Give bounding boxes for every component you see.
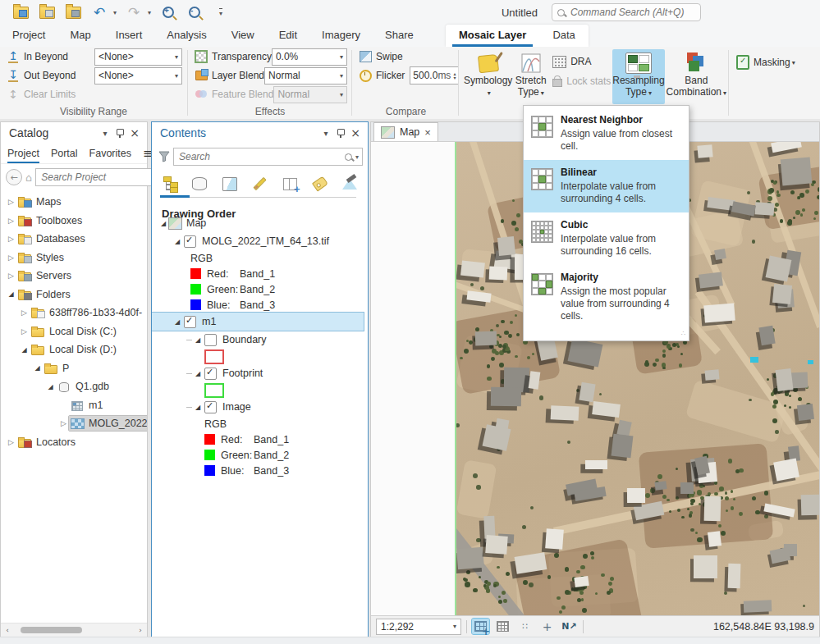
catalog-back-button[interactable]: ←	[6, 169, 22, 185]
crosshair-button[interactable]: +	[538, 619, 556, 634]
save-project-button[interactable]	[64, 3, 82, 21]
catalog-tree-item[interactable]: ▷Styles	[1, 249, 147, 267]
menu-item-nearest-neighbor[interactable]: Nearest NeighborAssign value from closes…	[524, 107, 689, 160]
contents-tree-item[interactable]: ◢Footprint	[152, 364, 364, 382]
layer-visibility-checkbox[interactable]	[204, 401, 217, 413]
list-by-data-source-button[interactable]	[190, 174, 210, 194]
tab-analysis[interactable]: Analysis	[154, 25, 218, 46]
contents-tree-item[interactable]: Green:Band_2	[152, 447, 364, 463]
contents-menu-chevron-icon[interactable]: ▾	[318, 126, 333, 140]
tab-insert[interactable]: Insert	[103, 25, 155, 46]
menu-item-majority[interactable]: MajorityAssign the most popular value fr…	[524, 265, 689, 330]
catalog-tree-item[interactable]: m1	[1, 396, 147, 415]
band-color-swatch[interactable]	[204, 434, 215, 445]
tree-expander-icon[interactable]: ◢	[158, 220, 168, 227]
layer-visibility-checkbox[interactable]	[184, 316, 196, 328]
resampling-type-button[interactable]: Resampling Type▾	[612, 49, 664, 104]
contents-close-icon[interactable]: ×	[348, 126, 363, 140]
contents-tree-item[interactable]: ◢m1	[152, 313, 364, 331]
layer-visibility-checkbox[interactable]	[184, 235, 196, 248]
contents-tree-item[interactable]: ◢Image	[152, 398, 364, 416]
out-beyond-select[interactable]: <None>▾	[94, 67, 182, 84]
contents-tree-item[interactable]: RGB	[152, 416, 364, 432]
contents-tree-item[interactable]	[152, 349, 364, 364]
contents-tree-item[interactable]: Blue:Band_3	[152, 297, 364, 313]
scroll-right-icon[interactable]: ›	[134, 626, 147, 634]
zoom-in-button[interactable]: +	[159, 3, 177, 21]
open-project-button[interactable]	[38, 3, 56, 21]
redo-button[interactable]: ↷	[125, 3, 143, 21]
clear-limits-button[interactable]: Clear Limits	[24, 89, 76, 100]
redo-dropdown[interactable]: ▾	[148, 9, 151, 16]
menu-item-bilinear[interactable]: BilinearInterpolate value from surroundi…	[524, 160, 689, 212]
catalog-tree-item[interactable]: ▷Toolboxes	[1, 212, 147, 231]
catalog-tree-item[interactable]: ▷Local Disk (C:)	[1, 322, 147, 341]
new-project-button[interactable]	[11, 3, 30, 21]
menu-item-cubic[interactable]: CubicInterpolate value from surrounding …	[524, 212, 689, 265]
stretch-type-button[interactable]: Stretch Type▾	[514, 49, 547, 104]
contents-tree-item[interactable]: Red:Band_1	[152, 432, 364, 447]
tab-map[interactable]: Map	[57, 25, 103, 46]
scroll-left-icon[interactable]: ‹	[1, 626, 14, 634]
tree-expander-icon[interactable]: ◢	[172, 238, 182, 245]
band-color-swatch[interactable]	[204, 450, 215, 460]
contents-tree-item[interactable]: Blue:Band_3	[152, 463, 364, 478]
graticule-button[interactable]	[494, 619, 511, 634]
undo-dropdown[interactable]: ▾	[113, 9, 117, 16]
tree-expander-icon[interactable]: ▷	[19, 327, 30, 336]
tree-expander-icon[interactable]: ▷	[19, 308, 30, 317]
scroll-thumb[interactable]	[21, 627, 82, 633]
tab-mosaic-layer[interactable]: Mosaic Layer	[446, 25, 539, 47]
transparency-select[interactable]: 0.0%▾	[272, 48, 347, 66]
contents-tree-item[interactable]: ◢MOLG_2022_ITM_64_13.tif	[152, 232, 364, 250]
catalog-close-icon[interactable]: ×	[127, 126, 142, 140]
catalog-tree-item[interactable]: ◢Local Disk (D:)	[1, 340, 147, 359]
band-color-swatch[interactable]	[190, 299, 201, 310]
list-by-labeling-button[interactable]	[310, 174, 330, 194]
catalog-tab-project[interactable]: Project	[7, 144, 39, 163]
tab-view[interactable]: View	[219, 25, 267, 46]
tree-expander-icon[interactable]: ◢	[193, 370, 203, 377]
catalog-pin-icon[interactable]	[112, 126, 127, 140]
undo-button[interactable]: ↶	[90, 3, 108, 21]
catalog-tree-item[interactable]: ▷Servers	[1, 267, 147, 285]
catalog-tree-item[interactable]: ◢P	[1, 359, 147, 378]
catalog-tree-item[interactable]: ▷Databases	[1, 230, 147, 249]
contents-pin-icon[interactable]	[333, 126, 348, 140]
tree-expander-icon[interactable]: ▷	[6, 253, 16, 262]
tree-expander-icon[interactable]: ◢	[45, 383, 56, 391]
layer-visibility-checkbox[interactable]	[204, 368, 217, 380]
contents-tree-item[interactable]: ◢Map	[152, 214, 364, 232]
contents-tree-item[interactable]: RGB	[152, 250, 364, 266]
contents-tree-item[interactable]: ◢Boundary	[152, 331, 364, 349]
outline-symbol-swatch[interactable]	[204, 349, 224, 364]
flicker-input[interactable]: 500.0 ms ▴▾	[410, 66, 459, 84]
tab-data[interactable]: Data	[539, 25, 588, 47]
command-search[interactable]	[552, 3, 701, 21]
tree-expander-icon[interactable]: ◢	[19, 346, 30, 354]
north-arrow-button[interactable]: N↗	[561, 619, 578, 634]
tree-expander-icon[interactable]: ▷	[58, 419, 69, 427]
catalog-home-icon[interactable]: ⌂	[25, 171, 32, 184]
band-color-swatch[interactable]	[204, 465, 215, 476]
contents-tree-item[interactable]	[152, 382, 364, 398]
tree-expander-icon[interactable]: ◢	[193, 336, 203, 344]
outline-symbol-swatch[interactable]	[204, 383, 224, 398]
tree-expander-icon[interactable]: ▷	[6, 217, 16, 225]
map-tab-close-icon[interactable]: ×	[424, 126, 431, 139]
flicker-spinner[interactable]: ▴▾	[453, 71, 456, 80]
band-color-swatch[interactable]	[190, 284, 201, 295]
band-combination-button[interactable]: Band Combination▾	[667, 49, 726, 104]
list-by-perspective-button[interactable]	[340, 174, 360, 194]
tab-share[interactable]: Share	[373, 25, 426, 46]
customize-qat-button[interactable]: ▾	[212, 3, 230, 21]
command-search-input[interactable]	[569, 6, 695, 19]
tab-project[interactable]: Project	[0, 25, 57, 46]
tab-imagery[interactable]: Imagery	[309, 25, 373, 46]
catalog-tree-item[interactable]: ▷MOLG_2022_IT	[1, 414, 147, 433]
zoom-out-button[interactable]: -	[186, 3, 204, 21]
filter-icon[interactable]	[158, 151, 170, 162]
spatial-grid-button[interactable]	[472, 619, 489, 634]
band-color-swatch[interactable]	[190, 268, 201, 279]
catalog-tree-item[interactable]: ◢Folders	[1, 285, 147, 304]
